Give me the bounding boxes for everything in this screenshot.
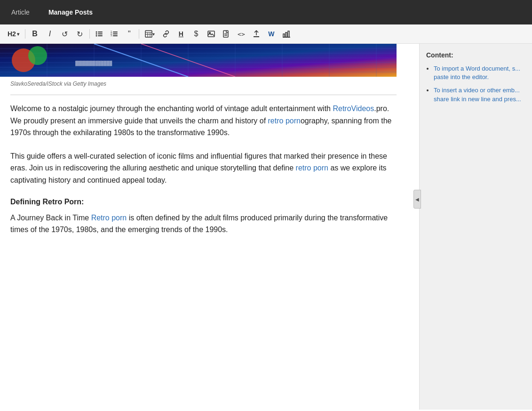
paragraph-1-text-before: Welcome to a nostalgic journey through t… [10,105,333,113]
topbar-article[interactable]: Article [8,7,33,18]
editor-toolbar: H2 ▾ B I ↺ ↻ 1.2.3. " ▾ H $ <> W [0,24,532,44]
side-panel-link-2[interactable]: To insert a video or other emb... share … [434,87,521,102]
unordered-list-button[interactable] [93,27,106,40]
svg-point-42 [28,46,47,65]
ordered-list-button[interactable]: 1.2.3. [108,27,121,40]
svg-rect-9 [113,33,118,34]
svg-rect-3 [98,33,103,34]
file-button[interactable] [220,27,233,40]
svg-rect-11 [113,35,118,36]
svg-rect-1 [98,32,103,32]
content-divider [10,95,397,95]
svg-point-0 [95,32,97,33]
svg-rect-12 [145,31,152,37]
side-panel-title: Content: [426,51,525,59]
paragraph-2: This guide offers a well-curated selecti… [10,150,396,186]
side-panel-link-1[interactable]: To import a Word document, s... paste in… [434,65,520,81]
paragraph-3-text-before: A Journey Back in Time [10,214,91,222]
main-layout: ▓▓▓▓▓▓▓▓▓▓▓▓▓ SlavkoSereda/iStock via Ge… [0,44,532,410]
bold-button[interactable]: B [28,27,41,40]
topbar: Article Manage Posts [0,0,532,24]
table-button[interactable]: ▾ [142,27,158,40]
retro-porn-link-3[interactable]: Retro porn [91,214,127,222]
svg-text:▓▓▓▓▓▓▓▓▓▓▓▓▓: ▓▓▓▓▓▓▓▓▓▓▓▓▓ [75,60,112,66]
side-panel-item-2: To insert a video or other emb... share … [434,86,525,103]
topbar-manage-posts[interactable]: Manage Posts [45,7,96,18]
abbreviation-button[interactable]: H [175,27,188,40]
svg-rect-24 [288,31,289,37]
retro-videos-link[interactable]: RetroVideos [333,105,374,113]
toolbar-divider-3 [139,29,139,39]
section-heading: Defining Retro Porn: [10,198,409,206]
paragraph-1: Welcome to a nostalgic journey through t… [10,103,396,139]
heading-label: H2 [8,30,16,38]
chart-button[interactable] [280,27,293,40]
undo-button[interactable]: ↺ [58,27,71,40]
redo-button[interactable]: ↻ [73,27,87,40]
svg-rect-5 [98,35,103,36]
paragraph-3: A Journey Back in Time Retro porn is oft… [10,212,396,236]
svg-point-2 [95,33,97,35]
editor-hero-image: ▓▓▓▓▓▓▓▓▓▓▓▓▓ [0,44,397,77]
svg-point-4 [95,35,97,37]
svg-text:3.: 3. [111,34,112,37]
toolbar-divider-2 [89,29,90,39]
svg-rect-23 [286,32,287,37]
toolbar-divider-1 [25,29,25,39]
side-panel-list: To import a Word document, s... paste in… [426,64,525,104]
svg-rect-26 [0,44,397,77]
image-button[interactable] [205,27,218,40]
editor-area[interactable]: ▓▓▓▓▓▓▓▓▓▓▓▓▓ SlavkoSereda/iStock via Ge… [0,44,419,410]
word-button[interactable]: W [265,27,278,40]
svg-rect-7 [113,32,118,32]
editor-content: Welcome to a nostalgic journey through t… [0,95,419,236]
panel-collapse-arrow[interactable]: ◀ [413,190,421,209]
side-panel-item-1: To import a Word document, s... paste in… [434,64,525,81]
heading-selector[interactable]: H2 ▾ [5,27,22,40]
heading-arrow: ▾ [17,32,19,37]
retro-porn-link-2[interactable]: retro porn [296,164,328,172]
dollar-button[interactable]: $ [190,27,203,40]
svg-rect-22 [283,34,285,37]
blockquote-button[interactable]: " [123,27,136,40]
code-button[interactable]: <> [235,27,248,40]
italic-button[interactable]: I [43,27,56,40]
retro-porn-link-1[interactable]: retro porn [268,117,301,125]
side-panel: Content: To import a Word document, s...… [419,44,532,410]
image-caption: SlavkoSereda/iStock via Getty Images [0,79,419,87]
link-button[interactable] [159,27,173,40]
editor-image-container: ▓▓▓▓▓▓▓▓▓▓▓▓▓ [0,44,397,77]
upload-button[interactable] [250,27,263,40]
